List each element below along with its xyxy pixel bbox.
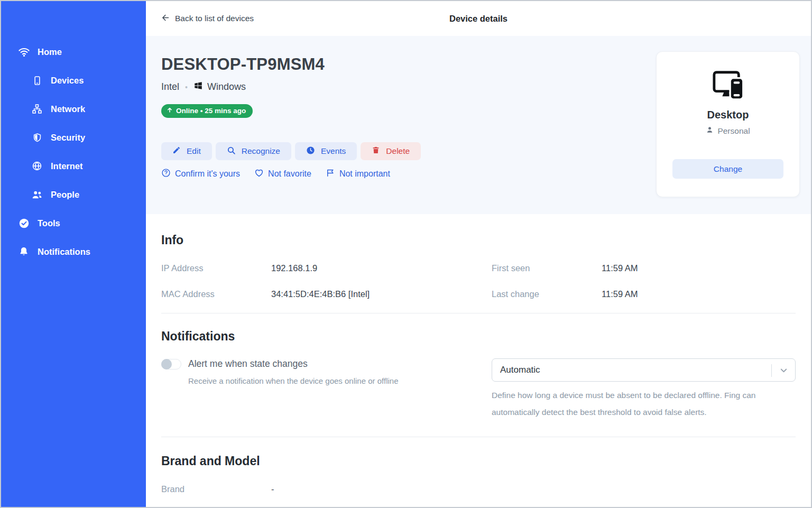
bell-icon — [17, 246, 30, 257]
brand-label: Brand — [161, 484, 271, 494]
device-hero: DESKTOP-TP9MSM4 Intel • Windows Online •… — [146, 36, 811, 214]
back-label: Back to list of devices — [175, 14, 254, 23]
device-vendor: Intel — [161, 81, 179, 93]
info-label: MAC Address — [161, 289, 271, 299]
sidebar-item-label: Home — [38, 47, 62, 57]
help-circle-icon — [161, 168, 171, 180]
info-value: 192.168.1.9 — [271, 263, 492, 273]
notifications-heading: Notifications — [161, 329, 796, 344]
arrow-left-icon — [161, 13, 170, 24]
info-value: 34:41:5D:4E:4B:B6 [Intel] — [271, 289, 492, 299]
ownership: Personal — [706, 126, 750, 136]
sidebar-item-security[interactable]: Security — [1, 123, 146, 152]
status-badge: Online • 25 mins ago — [161, 104, 253, 118]
topbar: Back to list of devices Device details — [146, 1, 811, 36]
ownership-label: Personal — [717, 126, 750, 136]
clock-icon — [306, 146, 315, 157]
sidebar-item-label: Internet — [51, 161, 83, 171]
sidebar-item-home[interactable]: Home — [1, 38, 146, 66]
status-text: Online • 25 mins ago — [176, 107, 246, 115]
main-panel: Back to list of devices Device details D… — [146, 1, 811, 507]
sidebar: Home Devices Network Security Internet — [1, 1, 146, 507]
check-circle-icon — [17, 218, 30, 229]
shield-icon — [31, 133, 43, 143]
info-value: 11:59 AM — [602, 263, 796, 273]
separator-dot: • — [185, 83, 188, 91]
events-label: Events — [321, 146, 346, 156]
offline-threshold-help: Define how long a device must be absent … — [492, 387, 796, 421]
trash-icon — [372, 146, 380, 156]
section-divider — [161, 313, 796, 313]
sidebar-item-label: Tools — [38, 218, 60, 228]
brand-value: - — [271, 484, 796, 494]
not-favorite-label: Not favorite — [268, 169, 311, 179]
sidebar-item-label: Network — [51, 104, 85, 114]
sidebar-item-devices[interactable]: Devices — [1, 66, 146, 95]
device-type: Desktop — [707, 109, 749, 121]
delete-label: Delete — [386, 146, 410, 156]
offline-threshold-select[interactable]: Automatic — [492, 358, 796, 382]
sidebar-item-notifications[interactable]: Notifications — [1, 237, 146, 266]
not-favorite-link[interactable]: Not favorite — [254, 168, 311, 180]
info-label: First seen — [492, 263, 602, 273]
recognize-label: Recognize — [242, 146, 280, 156]
desktop-mobile-icon — [710, 69, 745, 103]
brand-heading: Brand and Model — [161, 454, 796, 468]
windows-logo-icon — [193, 81, 203, 93]
notifications-grid: Alert me when state changes Receive a no… — [161, 358, 796, 421]
network-icon — [31, 104, 43, 114]
info-label: Last change — [492, 289, 602, 299]
edit-label: Edit — [187, 146, 201, 156]
page-title: Device details — [449, 14, 508, 24]
info-value: 11:59 AM — [602, 289, 796, 299]
delete-button[interactable]: Delete — [361, 142, 421, 160]
smartphone-icon — [31, 76, 43, 86]
sidebar-item-label: Devices — [51, 76, 84, 86]
device-os: Windows — [207, 81, 246, 93]
pencil-icon — [172, 146, 181, 156]
wifi-icon — [17, 46, 30, 58]
alert-toggle[interactable] — [161, 359, 181, 370]
info-label: IP Address — [161, 263, 271, 273]
edit-button[interactable]: Edit — [161, 142, 212, 160]
toggle-knob — [161, 359, 172, 370]
arrow-up-icon — [167, 107, 173, 115]
not-important-link[interactable]: Not important — [326, 168, 390, 180]
sidebar-item-internet[interactable]: Internet — [1, 152, 146, 180]
sidebar-item-label: People — [51, 190, 79, 200]
recognize-button[interactable]: Recognize — [216, 142, 291, 160]
app-window: Home Devices Network Security Internet — [0, 0, 812, 508]
change-type-button[interactable]: Change — [672, 159, 783, 179]
confirm-yours-link[interactable]: Confirm it's yours — [161, 168, 240, 180]
device-type-card: Desktop Personal Change — [656, 51, 800, 197]
sidebar-item-tools[interactable]: Tools — [1, 209, 146, 237]
person-icon — [706, 126, 714, 136]
details-content: Info IP Address 192.168.1.9 First seen 1… — [146, 214, 811, 507]
events-button[interactable]: Events — [295, 142, 357, 160]
search-icon — [227, 146, 236, 157]
back-to-devices-link[interactable]: Back to list of devices — [161, 13, 254, 24]
people-icon — [31, 189, 43, 200]
chevron-down-icon — [779, 365, 789, 378]
sidebar-item-network[interactable]: Network — [1, 95, 146, 123]
sidebar-item-label: Security — [51, 133, 85, 143]
alert-toggle-description: Receive a notification when the device g… — [188, 376, 492, 385]
section-divider — [161, 437, 796, 437]
select-divider — [771, 364, 772, 377]
sidebar-item-people[interactable]: People — [1, 180, 146, 209]
heart-icon — [254, 168, 264, 180]
offline-threshold-value: Automatic — [500, 365, 540, 375]
info-grid: IP Address 192.168.1.9 First seen 11:59 … — [161, 263, 796, 299]
confirm-yours-label: Confirm it's yours — [175, 169, 240, 179]
flag-icon — [326, 168, 335, 180]
alert-toggle-label: Alert me when state changes — [188, 358, 308, 370]
info-heading: Info — [161, 214, 796, 247]
sidebar-item-label: Notifications — [38, 247, 90, 257]
not-important-label: Not important — [339, 169, 390, 179]
globe-icon — [31, 161, 43, 171]
brand-grid: Brand - — [161, 484, 796, 494]
